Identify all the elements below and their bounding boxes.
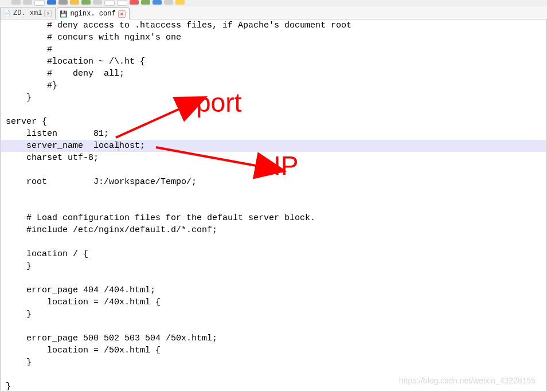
code-line: location = /40x.html {	[1, 296, 546, 308]
close-icon[interactable]: ✕	[118, 10, 126, 18]
tab-bar: 📄 ZD. xml ✕ 💾 nginx. conf ✕	[0, 6, 547, 19]
code-line: # Load configuration files for the defau…	[1, 212, 546, 224]
code-text: host;	[119, 141, 145, 151]
tab-nginx-conf[interactable]: 💾 nginx. conf ✕	[57, 7, 129, 19]
code-line: #location ~ /\.ht {	[1, 56, 546, 68]
save-icon: 💾	[60, 10, 68, 18]
code-line: charset utf-8;	[1, 152, 546, 164]
code-line: error_page 500 502 503 504 /50x.html;	[1, 332, 546, 344]
code-line: }	[1, 356, 546, 369]
code-line: #include /etc/nginx/default.d/*.conf;	[1, 224, 546, 236]
tab-label: nginx. conf	[70, 10, 115, 18]
tab-zd-xml[interactable]: 📄 ZD. xml ✕	[0, 7, 56, 19]
code-line	[1, 272, 546, 284]
code-line: root J:/workspace/Tempo/;	[1, 176, 546, 188]
code-line: }	[1, 260, 546, 272]
tab-label: ZD. xml	[13, 9, 42, 17]
code-line-selected: server_name localhost;	[1, 140, 546, 152]
code-line: #	[1, 44, 546, 56]
close-icon[interactable]: ✕	[44, 10, 52, 17]
code-line: error_page 404 /404.html;	[1, 284, 546, 296]
code-line: listen 81;	[1, 128, 546, 140]
code-line	[1, 104, 546, 116]
code-line	[1, 236, 546, 248]
toolbar-fragment	[0, 0, 547, 6]
code-line	[1, 320, 546, 332]
code-line: }	[1, 308, 546, 320]
code-line	[1, 200, 546, 212]
code-line: server {	[1, 116, 546, 128]
editor-area[interactable]: # deny access to .htaccess files, if Apa…	[0, 19, 547, 392]
code-text: server_name local	[6, 141, 119, 151]
code-line: }	[1, 92, 546, 104]
code-line: location / {	[1, 248, 546, 260]
code-line: location = /50x.html {	[1, 344, 546, 356]
code-line	[1, 164, 546, 176]
code-line: #}	[1, 80, 546, 92]
code-line: # concurs with nginx's one	[1, 32, 546, 44]
code-line: # deny access to .htaccess files, if Apa…	[1, 19, 546, 32]
watermark-text: https://blog.csdn.net/weixin_43228155	[399, 376, 536, 385]
file-icon: 📄	[3, 9, 11, 17]
code-line	[1, 188, 546, 200]
code-line: # deny all;	[1, 68, 546, 80]
